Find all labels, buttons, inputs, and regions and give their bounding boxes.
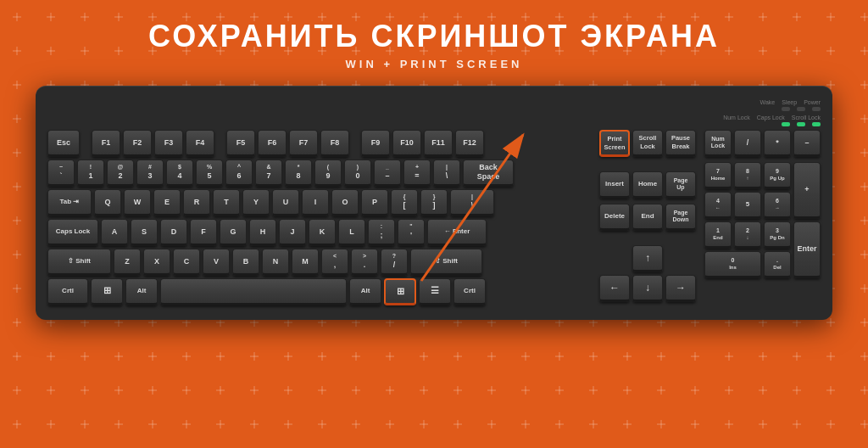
d-key[interactable]: D: [160, 219, 187, 246]
delete-key[interactable]: Delete: [599, 204, 630, 231]
f8-key[interactable]: F8: [320, 130, 349, 157]
num-slash-key[interactable]: /: [734, 130, 761, 157]
b-key[interactable]: B: [232, 249, 259, 276]
7-key[interactable]: &7: [255, 160, 282, 187]
t-key[interactable]: T: [213, 189, 240, 216]
l-key[interactable]: L: [338, 219, 365, 246]
0-key[interactable]: )0: [344, 160, 371, 187]
space-key[interactable]: [160, 278, 347, 305]
y-key[interactable]: Y: [242, 189, 270, 216]
pgdn-key[interactable]: PageDown: [665, 204, 696, 231]
num1-key[interactable]: 1End: [704, 221, 732, 249]
num5-key[interactable]: 5: [734, 192, 761, 219]
printscreen-key[interactable]: PrintScreen: [599, 130, 630, 157]
v-key[interactable]: V: [203, 249, 230, 276]
f12-key[interactable]: F12: [455, 130, 484, 157]
down-arrow-key[interactable]: ↓: [632, 275, 663, 302]
9-key[interactable]: (9: [314, 160, 342, 187]
lshift-key[interactable]: ⇧ Shift: [47, 249, 111, 276]
j-key[interactable]: J: [279, 219, 306, 246]
a-key[interactable]: A: [101, 219, 128, 246]
home-key[interactable]: Home: [632, 171, 663, 199]
tab-key[interactable]: Tab ⇥: [47, 189, 92, 216]
z-key[interactable]: Z: [114, 249, 141, 276]
r-key[interactable]: R: [183, 189, 210, 216]
equals-key[interactable]: +=: [403, 160, 431, 187]
rshift-key[interactable]: ⇧ Shift: [410, 249, 482, 276]
lctrl-key[interactable]: Crtl: [47, 278, 88, 305]
enter-key[interactable]: ← Enter: [427, 219, 487, 246]
p-key[interactable]: P: [361, 189, 388, 216]
scrolllock-key[interactable]: ScrollLock: [632, 130, 663, 157]
k-key[interactable]: K: [309, 219, 336, 246]
rwin-key[interactable]: ⊞: [384, 278, 416, 305]
numlock-key[interactable]: NumLock: [704, 130, 732, 157]
backspace-key[interactable]: BackSpace: [463, 160, 514, 187]
esc-key[interactable]: Esc: [47, 130, 80, 157]
rctrl-key[interactable]: Crtl: [453, 278, 486, 305]
f10-key[interactable]: F10: [392, 130, 421, 157]
e-key[interactable]: E: [153, 189, 181, 216]
num8-key[interactable]: 8↑: [734, 162, 761, 189]
4-key[interactable]: $4: [166, 160, 193, 187]
o-key[interactable]: O: [331, 189, 359, 216]
f7-key[interactable]: F7: [289, 130, 318, 157]
m-key[interactable]: M: [292, 249, 319, 276]
c-key[interactable]: C: [173, 249, 200, 276]
f5-key[interactable]: F5: [226, 130, 255, 157]
q-key[interactable]: Q: [94, 189, 121, 216]
8-key[interactable]: *8: [285, 160, 312, 187]
n-key[interactable]: N: [262, 249, 289, 276]
end-key[interactable]: End: [632, 204, 663, 231]
6-key[interactable]: ^6: [225, 160, 253, 187]
f11-key[interactable]: F11: [424, 130, 453, 157]
insert-key[interactable]: Insert: [599, 171, 630, 199]
f9-key[interactable]: F9: [361, 130, 390, 157]
numenter-key[interactable]: Enter: [793, 221, 821, 278]
numplus-key[interactable]: +: [793, 162, 821, 219]
lbracket-key[interactable]: {[: [391, 189, 418, 216]
backtick-key[interactable]: ~`: [47, 160, 75, 187]
g-key[interactable]: G: [220, 219, 247, 246]
f2-key[interactable]: F2: [123, 130, 152, 157]
num4-key[interactable]: 4←: [704, 192, 732, 219]
pgup-key[interactable]: PageUp: [665, 171, 696, 199]
comma-key[interactable]: <,: [321, 249, 348, 276]
1-key[interactable]: !1: [77, 160, 104, 187]
menu-key[interactable]: ☰: [419, 278, 451, 305]
num0-key[interactable]: 0Ins: [704, 251, 761, 278]
minus-key[interactable]: _–: [374, 160, 401, 187]
slash-key[interactable]: ?/: [381, 249, 408, 276]
u-key[interactable]: U: [272, 189, 299, 216]
num2-key[interactable]: 2↓: [734, 221, 761, 249]
semicolon-key[interactable]: :;: [368, 219, 395, 246]
ralt-key[interactable]: Alt: [349, 278, 381, 305]
num-mult-key[interactable]: *: [764, 130, 791, 157]
w-key[interactable]: W: [124, 189, 151, 216]
left-arrow-key[interactable]: ←: [599, 275, 630, 302]
num-minus-key[interactable]: –: [793, 130, 821, 157]
quote-key[interactable]: "': [398, 219, 425, 246]
2-key[interactable]: @2: [107, 160, 134, 187]
x-key[interactable]: X: [143, 249, 170, 276]
f3-key[interactable]: F3: [154, 130, 183, 157]
up-arrow-key[interactable]: ↑: [632, 245, 663, 272]
f4-key[interactable]: F4: [186, 130, 214, 157]
num7-key[interactable]: 7Home: [704, 162, 732, 189]
num9-key[interactable]: 9Pg Up: [764, 162, 791, 189]
rbracket-key[interactable]: }]: [420, 189, 448, 216]
f1-key[interactable]: F1: [92, 130, 120, 157]
3-key[interactable]: #3: [136, 160, 164, 187]
backslash-key[interactable]: |\: [433, 160, 460, 187]
right-arrow-key[interactable]: →: [665, 275, 696, 302]
h-key[interactable]: H: [249, 219, 276, 246]
lalt-key[interactable]: Alt: [125, 278, 158, 305]
numdot-key[interactable]: .Del: [764, 251, 791, 278]
pause-key[interactable]: PauseBreak: [665, 130, 696, 157]
num6-key[interactable]: 6→: [764, 192, 791, 219]
f6-key[interactable]: F6: [258, 130, 287, 157]
5-key[interactable]: %5: [196, 160, 223, 187]
i-key[interactable]: I: [302, 189, 329, 216]
f-key[interactable]: F: [190, 219, 217, 246]
capslock-key[interactable]: Caps Lock: [47, 219, 98, 246]
